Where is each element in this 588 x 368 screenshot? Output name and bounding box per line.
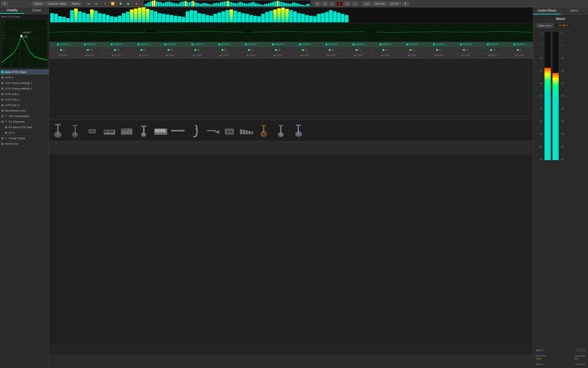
q-link-button[interactable]: Q-Link xyxy=(388,2,401,6)
eq-cell[interactable]: EQ xyxy=(184,48,211,52)
vu-bar xyxy=(257,16,261,22)
insert-cell[interactable]: INSERTS xyxy=(77,42,103,47)
strip-cell[interactable]: STRIP xyxy=(238,53,264,58)
insert-label: INSERTS xyxy=(167,43,176,45)
strip-cell[interactable]: STRIP xyxy=(345,53,372,58)
aes-ctrl-2[interactable] xyxy=(581,349,586,352)
strip-cell[interactable]: STRIP xyxy=(399,53,425,58)
insert-cell[interactable]: INSERTS xyxy=(399,42,425,47)
eq-cell[interactable]: EQ xyxy=(50,48,76,52)
track-item[interactable]: FX Bass GTR Verb xyxy=(0,125,49,130)
eq-cell[interactable]: EQ xyxy=(453,48,479,52)
track-item[interactable]: FX 3 xyxy=(0,130,49,136)
link-button[interactable]: Link xyxy=(362,2,371,6)
strip-cell[interactable]: STRIP xyxy=(50,53,76,58)
w-button[interactable]: W xyxy=(344,2,351,6)
insert-cell[interactable]: INSERTS xyxy=(157,42,184,47)
tab-meter[interactable]: Meter xyxy=(561,7,588,14)
eq-cell[interactable]: EQ xyxy=(211,48,237,52)
loudness-label: Loudness xyxy=(575,363,586,366)
track-item[interactable]: Rev Reverb Intro xyxy=(0,108,49,113)
eq-cell[interactable]: EQ xyxy=(318,48,345,52)
track-item[interactable]: Stereo Out xyxy=(0,141,49,147)
punch-in-button[interactable]: ⏩ xyxy=(109,1,116,6)
strip-cell[interactable]: STRIP xyxy=(265,53,291,58)
strip-cell[interactable]: STRIP xyxy=(103,53,130,58)
track-item[interactable]: ▼FX Channels xyxy=(0,119,49,125)
strip-cell[interactable]: STRIP xyxy=(318,53,345,58)
insert-cell[interactable]: INSERTS xyxy=(211,42,237,47)
strip-cell[interactable]: STRIP xyxy=(426,53,452,58)
eq-cell[interactable]: EQ xyxy=(291,48,318,52)
track-item[interactable]: GTR Chorus Melody 2 xyxy=(0,86,49,91)
insert-cell[interactable]: INSERTS xyxy=(426,42,452,47)
strip-cell[interactable]: STRIP xyxy=(506,53,533,58)
insert-cell[interactable]: INSERTS xyxy=(480,42,506,47)
insert-cell[interactable]: INSERTS xyxy=(291,42,318,47)
sus-abs-button[interactable]: Sus Abs xyxy=(373,2,387,6)
track-item[interactable]: GTR Solo 1 xyxy=(0,91,49,97)
channel-types-button[interactable]: Channel Types xyxy=(46,2,68,6)
racks-button[interactable]: Racks xyxy=(70,2,81,6)
strip-cell[interactable]: STRIP xyxy=(372,53,399,58)
eq-cell[interactable]: EQ xyxy=(130,48,157,52)
track-item[interactable]: GTR Chorus Melody 1 xyxy=(0,80,49,86)
track-item[interactable]: ▼Group Tracks xyxy=(0,136,49,141)
eq-cell[interactable]: EQ xyxy=(426,48,452,52)
eq-cell[interactable]: EQ xyxy=(265,48,291,52)
insert-cell[interactable]: INSERTS xyxy=(453,42,479,47)
insert-cell[interactable]: INSERTS xyxy=(345,42,372,47)
stop-button[interactable]: ⏹ xyxy=(117,1,124,6)
eq-cell[interactable]: EQ xyxy=(372,48,399,52)
loop-button[interactable]: ↺ xyxy=(101,1,108,6)
r-button[interactable]: R xyxy=(336,2,343,6)
fastforward-button[interactable]: ⏭ xyxy=(93,1,100,6)
insert-cell[interactable]: INSERTS xyxy=(50,42,76,47)
record-button[interactable]: ⏺ xyxy=(133,1,140,6)
eq-cell[interactable]: EQ xyxy=(103,48,130,52)
eq-cell[interactable]: EQ xyxy=(238,48,264,52)
insert-cell[interactable]: INSERTS xyxy=(506,42,533,47)
eq-cell[interactable]: EQ xyxy=(345,48,372,52)
track-item[interactable]: GTR 2 xyxy=(0,75,49,80)
strip-cell[interactable]: STRIP xyxy=(211,53,237,58)
eq-cell[interactable]: EQ xyxy=(506,48,533,52)
strip-cell[interactable]: STRIP xyxy=(480,53,506,58)
expand-button[interactable]: ▼ xyxy=(402,2,409,6)
insert-cell[interactable]: INSERTS xyxy=(103,42,130,47)
insert-cell[interactable]: INSERTS xyxy=(238,42,264,47)
digital-scale-button[interactable]: Digital Scale xyxy=(536,23,553,28)
agents-button[interactable]: Agents xyxy=(32,2,44,6)
insert-cell[interactable]: INSERTS xyxy=(184,42,211,47)
menu-button[interactable]: ☰ xyxy=(1,2,8,6)
eq-cell[interactable]: EQ xyxy=(480,48,506,52)
rewind-button[interactable]: ⏮ xyxy=(85,1,92,6)
m-button[interactable]: M xyxy=(314,2,321,6)
l-button[interactable]: L xyxy=(329,2,335,6)
play-button[interactable]: ▶ xyxy=(125,1,132,6)
strip-cell[interactable]: STRIP xyxy=(184,53,211,58)
eq-led xyxy=(409,49,411,51)
insert-cell[interactable]: INSERTS xyxy=(265,42,291,47)
insert-cell[interactable]: INSERTS xyxy=(318,42,345,47)
insert-cell[interactable]: INSERTS xyxy=(130,42,157,47)
track-item[interactable]: ▼VST Instruments xyxy=(0,113,49,119)
tab-visibility[interactable]: Visibility xyxy=(0,7,24,14)
strip-cell[interactable]: STRIP xyxy=(130,53,157,58)
aes-ctrl-1[interactable] xyxy=(576,349,581,352)
a-button[interactable]: A xyxy=(352,2,358,6)
strip-cell[interactable]: STRIP xyxy=(77,53,103,58)
tab-zones[interactable]: Zones xyxy=(24,7,49,14)
strip-cell[interactable]: STRIP xyxy=(291,53,318,58)
track-item[interactable]: GTR Solo 2 xyxy=(0,97,49,102)
strip-cell[interactable]: STRIP xyxy=(453,53,479,58)
eq-cell[interactable]: EQ xyxy=(157,48,184,52)
strip-cell[interactable]: STRIP xyxy=(157,53,184,58)
eq-cell[interactable]: EQ xyxy=(399,48,425,52)
track-item[interactable]: GTR Solo 3 xyxy=(0,102,49,108)
track-item[interactable]: Bass XT25 Clean xyxy=(0,69,49,75)
s-button[interactable]: S xyxy=(322,2,328,6)
insert-cell[interactable]: INSERTS xyxy=(372,42,399,47)
tab-control-room[interactable]: Control Room xyxy=(533,7,561,14)
eq-cell[interactable]: EQ xyxy=(77,48,103,52)
